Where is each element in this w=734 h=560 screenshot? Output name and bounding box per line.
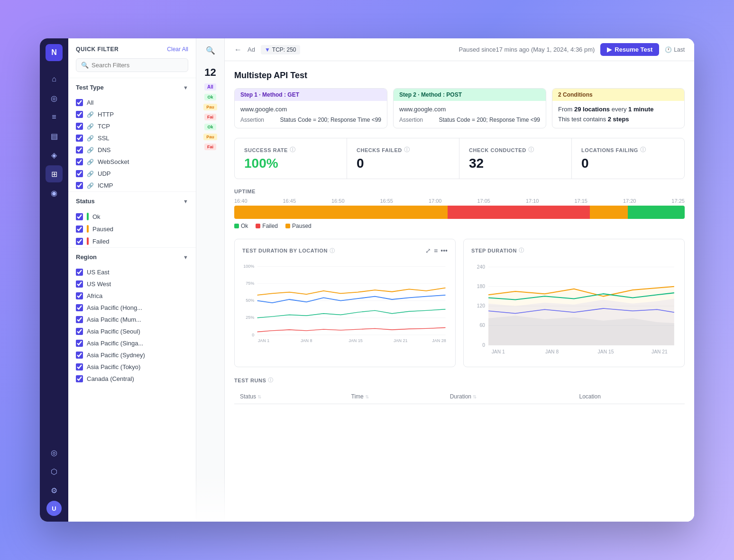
nav-alerts[interactable]: ◈ — [46, 146, 63, 163]
filter-item-all[interactable]: All — [68, 97, 196, 108]
badge-ok-2[interactable]: Ok — [204, 124, 216, 130]
info-icon[interactable]: ⓘ — [330, 247, 335, 254]
filter-item-ap-seoul[interactable]: Asia Pacific (Seoul) — [68, 325, 196, 337]
filter-item-ssl[interactable]: 🔗 SSL — [68, 132, 196, 144]
checkbox-us-east[interactable] — [76, 269, 83, 276]
checkbox-websocket[interactable] — [76, 158, 83, 165]
nav-home[interactable]: ⌂ — [46, 71, 63, 88]
uptime-paused-segment — [590, 206, 628, 219]
test-type-header[interactable]: Test Type ▼ — [68, 78, 196, 97]
badge-paused-1[interactable]: Pau — [203, 104, 217, 110]
badge-paused-2[interactable]: Pau — [203, 134, 217, 140]
checkbox-canada[interactable] — [76, 375, 83, 382]
badge-failed-2[interactable]: Fai — [204, 144, 216, 150]
checkbox-ok[interactable] — [76, 213, 83, 220]
filter-item-udp[interactable]: 🔗 UDP — [68, 168, 196, 180]
nav-support[interactable]: ◎ — [46, 444, 63, 461]
filter-item-canada[interactable]: Canada (Central) — [68, 373, 196, 385]
http-icon: 🔗 — [87, 111, 94, 118]
badge-failed-1[interactable]: Fai — [204, 114, 216, 120]
filter-icon: ▼ — [265, 46, 270, 53]
nav-reports[interactable]: ≡ — [46, 108, 63, 126]
checkbox-ap-sydney[interactable] — [76, 352, 83, 359]
back-button[interactable]: ← — [234, 45, 242, 54]
status-header[interactable]: Status ▼ — [68, 192, 196, 210]
filter-item-ap-singa[interactable]: Asia Pacific (Singa... — [68, 337, 196, 349]
checkbox-paused[interactable] — [76, 226, 83, 233]
filter-item-ap-sydney[interactable]: Asia Pacific (Sydney) — [68, 349, 196, 361]
filter-item-icmp[interactable]: 🔗 ICMP — [68, 180, 196, 191]
step2-body: www.google.com Assertion Status Code = 2… — [394, 101, 546, 128]
checkbox-failed[interactable] — [76, 238, 83, 245]
locations-failing-label: LOCATIONS FAILING ⓘ — [581, 146, 675, 154]
checkbox-dns[interactable] — [76, 146, 83, 154]
clear-all-button[interactable]: Clear All — [167, 46, 188, 53]
dns-icon: 🔗 — [87, 147, 94, 154]
info-icon[interactable]: ⓘ — [640, 146, 646, 154]
nav-monitoring[interactable]: ◎ — [46, 90, 63, 107]
checkbox-http[interactable] — [76, 111, 83, 118]
filter-item-websocket[interactable]: 🔗 WebSocket — [68, 156, 196, 168]
nav-logs[interactable]: ▤ — [46, 127, 63, 145]
filter-item-us-west[interactable]: US West — [68, 278, 196, 290]
filter-item-us-east[interactable]: US East — [68, 266, 196, 278]
chevron-down-icon: ▼ — [183, 254, 188, 260]
checkbox-tcp[interactable] — [76, 123, 83, 130]
filter-item-dns[interactable]: 🔗 DNS — [68, 144, 196, 156]
search-input[interactable] — [92, 62, 183, 69]
resume-label: Resume Test — [615, 46, 652, 53]
filter-label-ap-singa: Asia Pacific (Singa... — [87, 340, 143, 347]
filter-item-ap-hong[interactable]: Asia Pacific (Hong... — [68, 302, 196, 314]
ok-dot — [234, 224, 239, 228]
app-logo[interactable]: N — [46, 44, 63, 61]
checkbox-us-west[interactable] — [76, 280, 83, 288]
conditions-header: 2 Conditions — [552, 89, 684, 101]
checkbox-africa[interactable] — [76, 292, 83, 299]
col-status[interactable]: Status ⇅ — [234, 389, 346, 404]
checkbox-ap-tokyo[interactable] — [76, 363, 83, 370]
badge-ok-1[interactable]: Ok — [204, 94, 216, 100]
filter-item-ok[interactable]: Ok — [68, 210, 196, 223]
more-icon[interactable]: ••• — [440, 247, 448, 254]
checkbox-ap-seoul[interactable] — [76, 328, 83, 335]
filter-item-paused[interactable]: Paused — [68, 223, 196, 235]
filter-item-ap-tokyo[interactable]: Asia Pacific (Tokyo) — [68, 361, 196, 373]
resume-test-button[interactable]: ▶ Resume Test — [600, 43, 659, 56]
nav-integrations[interactable]: ⊞ — [46, 165, 63, 182]
info-icon[interactable]: ⓘ — [268, 377, 274, 384]
checkbox-udp[interactable] — [76, 170, 83, 177]
filter-icon[interactable]: ≡ — [434, 247, 438, 254]
checkbox-ssl[interactable] — [76, 135, 83, 142]
filter-label-ok: Ok — [92, 213, 101, 220]
col-time[interactable]: Time ⇅ — [346, 389, 444, 404]
checkbox-ap-hong[interactable] — [76, 304, 83, 311]
badge-all[interactable]: All — [204, 83, 216, 90]
avatar[interactable]: U — [46, 501, 62, 516]
failed-indicator — [87, 237, 89, 245]
col-location[interactable]: Location — [573, 389, 685, 404]
col-duration[interactable]: Duration ⇅ — [444, 389, 574, 404]
checkbox-ap-singa[interactable] — [76, 340, 83, 347]
filter-item-ap-mum[interactable]: Asia Pacific (Mum... — [68, 314, 196, 325]
info-icon[interactable]: ⓘ — [404, 146, 410, 154]
filter-item-http[interactable]: 🔗 HTTP — [68, 108, 196, 120]
region-header[interactable]: Region ▼ — [68, 248, 196, 266]
nav-settings[interactable]: ⚙ — [46, 482, 63, 499]
nav-bottom: ◎ ⬡ ⚙ U — [46, 444, 63, 516]
info-icon[interactable]: ⓘ — [528, 146, 534, 154]
info-icon[interactable]: ⓘ — [519, 247, 524, 254]
filter-item-failed[interactable]: Failed — [68, 235, 196, 247]
expand-icon[interactable]: ⤢ — [425, 247, 431, 254]
checkbox-all[interactable] — [76, 99, 83, 106]
checkbox-ap-mum[interactable] — [76, 316, 83, 323]
nav-users[interactable]: ◉ — [46, 184, 63, 201]
filter-item-africa[interactable]: Africa — [68, 290, 196, 302]
filter-item-tcp[interactable]: 🔗 TCP — [68, 120, 196, 132]
info-icon[interactable]: ⓘ — [290, 146, 296, 154]
nav-api[interactable]: ⬡ — [46, 463, 63, 480]
chart1-svg: 100% 75% 50% 25% 0 — [242, 260, 448, 345]
paused-dot — [285, 224, 290, 228]
step1-body: www.google.com Assertion Status Code = 2… — [235, 101, 387, 128]
list-search-icon[interactable]: 🔍 — [196, 38, 224, 63]
checkbox-icmp[interactable] — [76, 182, 83, 189]
